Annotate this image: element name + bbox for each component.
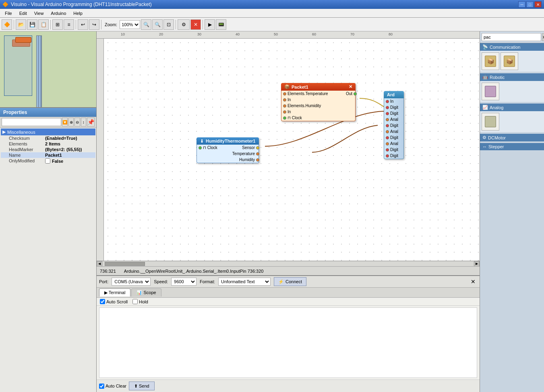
prop-onlymodified-checkbox[interactable] xyxy=(45,158,50,164)
packet-row-humidity: Elements.Humidity xyxy=(281,103,355,109)
pin-dht-clock[interactable] xyxy=(199,146,202,149)
cat-dcmotor-header[interactable]: ⚙ DCMotor xyxy=(480,134,544,141)
autoclear-checkbox[interactable] xyxy=(99,384,104,389)
pin-ard-a2[interactable] xyxy=(386,130,389,133)
hold-checkbox[interactable] xyxy=(132,299,138,304)
pin-humidity-in[interactable] xyxy=(283,104,286,108)
pin-dht-temp[interactable] xyxy=(256,152,259,156)
port-select[interactable]: COM5 (Unava xyxy=(112,278,151,286)
pin-ard-d3[interactable] xyxy=(386,124,389,127)
tab-terminal[interactable]: ▶ Terminal xyxy=(99,288,130,297)
minimize-button[interactable]: ─ xyxy=(518,1,525,8)
saveas-button[interactable]: 📋 xyxy=(38,19,49,30)
arduino-d2-label: Digit xyxy=(390,111,398,116)
cat-robotic-header[interactable]: 🤖 Robotic xyxy=(480,73,544,81)
properties-search[interactable] xyxy=(2,118,61,126)
undo-button[interactable]: ↩ xyxy=(78,19,88,30)
search-clear-button[interactable]: ✕ xyxy=(542,33,544,41)
pin-ard-d6[interactable] xyxy=(386,154,389,158)
align-button[interactable]: ≡ xyxy=(64,19,74,30)
pin-dht-humidity[interactable] xyxy=(256,158,259,162)
packet-close-icon[interactable]: ✕ xyxy=(349,84,352,89)
stop-button[interactable]: ✕ xyxy=(190,19,201,30)
zoom-in-button[interactable]: 🔍 xyxy=(141,19,151,30)
format-select[interactable]: Unformatted Text xyxy=(218,278,271,286)
redo-button[interactable]: ↪ xyxy=(89,19,99,30)
scroll-track-h[interactable] xyxy=(103,262,474,266)
pin-dht-sensor[interactable] xyxy=(256,146,259,149)
autoscroll-checkbox[interactable] xyxy=(100,299,105,304)
serial-close-button[interactable]: ✕ xyxy=(469,278,477,286)
menu-file[interactable]: File xyxy=(2,10,15,17)
arduino-node[interactable]: Ard In Digit Digit xyxy=(384,91,404,159)
hold-label[interactable]: Hold xyxy=(132,299,148,304)
menu-view[interactable]: View xyxy=(31,10,47,17)
comp-item-2[interactable]: 📦 xyxy=(501,52,518,70)
open-button[interactable]: 📂 xyxy=(16,19,26,30)
zoom-fit-button[interactable]: ⊡ xyxy=(163,19,174,30)
speed-select[interactable]: 9600 300 115200 xyxy=(171,278,197,286)
connect-button[interactable]: ⚡ Connect xyxy=(274,277,306,286)
comp-robotic-item[interactable] xyxy=(482,83,499,100)
pin-ard-d4[interactable] xyxy=(386,136,389,139)
packet-row-in2: In xyxy=(281,109,355,115)
pin-in1[interactable] xyxy=(283,98,286,102)
hold-text: Hold xyxy=(139,299,148,304)
pin-in2[interactable] xyxy=(283,110,286,114)
pin-ard-d1[interactable] xyxy=(386,106,389,109)
ruler-mark: 50 xyxy=(274,32,278,36)
cat-analog-header[interactable]: 📈 Analog xyxy=(480,104,544,111)
prop-collapse-button[interactable]: ⊖ xyxy=(74,118,80,127)
prop-sort-button[interactable]: ↕ xyxy=(81,118,86,127)
upload-button[interactable]: ▶ xyxy=(205,19,215,30)
pin-ard-d5[interactable] xyxy=(386,148,389,151)
scroll-right-button[interactable]: ▶ xyxy=(474,261,480,267)
cat-communication-header[interactable]: 📡 Communication xyxy=(480,43,544,51)
save-button[interactable]: 💾 xyxy=(27,19,37,30)
packet-node[interactable]: 📦 Packet1 ✕ Elements.Temperature Out xyxy=(281,83,356,121)
comp-item-1[interactable]: 📦 xyxy=(482,52,499,70)
pin-temp-in[interactable] xyxy=(283,92,286,95)
comp-analog-icon xyxy=(485,116,496,127)
cat-dcmotor-label: DCMotor xyxy=(488,135,506,140)
cat-stepper-header[interactable]: ↔ Stepper xyxy=(480,143,544,150)
autoscroll-label[interactable]: Auto Scroll xyxy=(100,299,128,304)
canvas[interactable]: 📦 Packet1 ✕ Elements.Temperature Out xyxy=(104,39,480,261)
zoom-select[interactable]: 100% 75% 150% xyxy=(120,20,140,29)
tree-group-header[interactable]: ▶ Miscellaneous xyxy=(1,129,95,135)
pin-clock[interactable] xyxy=(283,116,286,120)
pin-ard-d2[interactable] xyxy=(386,112,389,115)
connect-label: Connect xyxy=(285,279,302,284)
serial-output[interactable] xyxy=(99,307,477,378)
pin-ard-a3[interactable] xyxy=(386,142,389,145)
properties-toolbar: 🔽 ⊕ ⊖ ↕ 📌 xyxy=(0,117,96,128)
close-button[interactable]: ✕ xyxy=(534,1,542,8)
scroll-thumb-h[interactable] xyxy=(105,262,145,266)
toolbar: 🔶 📂 💾 📋 ⊞ ≡ ↩ ↪ Zoom: 100% 75% 150% 🔍 🔍 … xyxy=(0,18,544,31)
autoclear-label[interactable]: Auto Clear xyxy=(99,384,126,389)
prop-pin-button[interactable]: 📌 xyxy=(87,118,95,127)
menu-edit[interactable]: Edit xyxy=(16,10,30,17)
new-button[interactable]: 🔶 xyxy=(2,19,12,30)
component-search-input[interactable] xyxy=(482,33,541,41)
status-coords: 736:321 xyxy=(100,269,116,274)
menu-help[interactable]: Help xyxy=(70,10,86,17)
prop-name[interactable]: Name Packet1 xyxy=(1,152,95,158)
comp-analog-item[interactable] xyxy=(482,113,499,131)
pin-ard-in[interactable] xyxy=(386,100,389,103)
pin-ard-a1[interactable] xyxy=(386,118,389,121)
cat-analog: 📈 Analog xyxy=(480,104,544,132)
pin-out[interactable] xyxy=(354,92,357,95)
menu-arduino[interactable]: Arduino xyxy=(48,10,69,17)
compile-button[interactable]: ⚙ xyxy=(178,19,190,30)
zoom-out-button[interactable]: 🔍 xyxy=(152,19,163,30)
prop-expand-button[interactable]: ⊕ xyxy=(68,118,74,127)
dht-node[interactable]: 🌡 HumidityThermometer1 ⊓ Clock Sensor Te… xyxy=(197,137,259,163)
prop-filter-button[interactable]: 🔽 xyxy=(62,118,68,127)
send-button[interactable]: ⬆ Send xyxy=(129,382,155,390)
restore-button[interactable]: □ xyxy=(526,1,534,8)
scroll-left-button[interactable]: ◀ xyxy=(97,261,102,267)
serial-button[interactable]: 📟 xyxy=(216,19,226,30)
tab-scope[interactable]: 📊 Scope xyxy=(131,288,161,297)
grid-button[interactable]: ⊞ xyxy=(52,19,63,30)
